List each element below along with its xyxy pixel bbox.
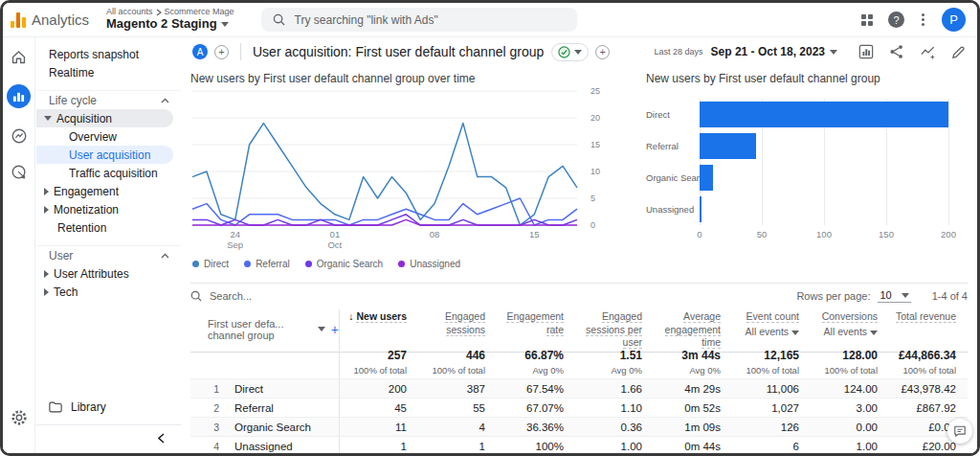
bar-row-referral[interactable]: Referral (646, 130, 975, 162)
account-name: Magento 2 Staging (106, 17, 217, 31)
bar-chart[interactable]: Direct Referral Organic Search Unassigne… (646, 99, 975, 244)
more-vert-icon[interactable] (920, 11, 926, 28)
sidebar-item-user-acquisition[interactable]: User acquisition (36, 146, 173, 164)
library-item[interactable]: Library (36, 396, 181, 419)
column-header-event-count[interactable]: Event countAll events (732, 309, 811, 350)
row-number: 2 (190, 402, 219, 414)
sidebar-item-tech[interactable]: Tech (36, 283, 181, 301)
report-nav: Reports snapshotRealtime Life cycle Acqu… (36, 37, 181, 453)
comparison-chip[interactable]: A (192, 44, 208, 59)
sidebar-item-monetization[interactable]: Monetization (36, 200, 181, 218)
product-name: Analytics (32, 11, 89, 28)
rows-per-page-select[interactable]: 10 (878, 289, 910, 303)
sidebar-bottom: Library (36, 396, 181, 453)
reports-icon[interactable] (7, 84, 31, 108)
analytics-logo[interactable]: Analytics (11, 11, 89, 28)
metric-value: 0.00 (811, 422, 889, 433)
metric-filter[interactable]: All events (732, 326, 799, 339)
admin-gear-icon[interactable] (11, 409, 28, 426)
sidebar-item-user[interactable]: User (36, 245, 181, 264)
metric-filter[interactable]: All events (811, 326, 878, 339)
table-row-direct[interactable]: 1 Direct20038767.54%1.664m 29s11,006124.… (190, 378, 968, 398)
pagination-count: 1-4 of 4 (932, 290, 968, 302)
advertising-icon[interactable] (11, 164, 28, 181)
row-number: 3 (190, 422, 219, 433)
column-header-average-engagement-time[interactable]: Average engagement time (654, 309, 732, 350)
legend-item-direct[interactable]: Direct (192, 259, 229, 269)
feedback-button[interactable] (947, 419, 972, 444)
sidebar-item-user-attributes[interactable]: User Attributes (36, 264, 181, 283)
sidebar-item-life-cycle[interactable]: Life cycle (36, 90, 181, 109)
legend-item-referral[interactable]: Referral (244, 259, 290, 269)
column-header-engaged-sessions[interactable]: Engaged sessions (418, 309, 497, 350)
column-header-total-revenue[interactable]: Total revenue (889, 309, 968, 350)
column-header-new-users[interactable]: ↓ New users (340, 309, 418, 350)
account-switcher[interactable]: All accounts Scommerce Mage Magento 2 St… (106, 8, 234, 31)
explore-icon[interactable] (11, 127, 28, 145)
topbar-actions: ? P (861, 8, 966, 32)
svg-text:08: 08 (430, 229, 440, 239)
column-header-conversions[interactable]: ConversionsAll events (811, 309, 889, 350)
add-metric-button[interactable]: + (595, 45, 610, 59)
bar-row-unassigned[interactable]: Unassigned (646, 194, 975, 225)
collapse-nav-icon[interactable] (157, 433, 166, 444)
metric-value: 1,027 (732, 402, 811, 414)
legend-item-unassigned[interactable]: Unassigned (398, 259, 460, 269)
sidebar-item-realtime[interactable]: Realtime (36, 63, 181, 81)
channel-name: Organic Search (234, 422, 311, 433)
metric-value: 36.36% (497, 422, 575, 433)
svg-text:24: 24 (230, 229, 240, 239)
sidebar-item-retention[interactable]: Retention (36, 218, 181, 237)
chevron-up-icon (161, 253, 169, 259)
feedback-bubble-icon (953, 425, 967, 438)
line-chart-svg: 051015202524Sep01Oct0815 (190, 85, 615, 252)
table-search-input[interactable]: Search... (190, 290, 252, 302)
sidebar-item-engagement[interactable]: Engagement (36, 182, 181, 200)
help-icon[interactable]: ? (888, 11, 904, 28)
global-search-input[interactable]: Try searching "link with Ads" (261, 8, 577, 32)
legend-item-organic-search[interactable]: Organic Search (305, 259, 383, 269)
sidebar-item-acquisition[interactable]: Acquisition (36, 109, 173, 127)
home-icon[interactable] (11, 49, 27, 65)
rows-per-page-label: Rows per page: (796, 290, 870, 302)
column-header-engaged-sessions-per-user[interactable]: Engaged sessions per user (575, 309, 654, 350)
data-quality-badge[interactable] (551, 43, 589, 61)
add-comparison-button[interactable]: + (214, 45, 229, 59)
totals-dimension-cell (190, 349, 340, 378)
add-dimension-button[interactable]: + (331, 322, 339, 337)
edit-report-icon[interactable] (951, 45, 966, 59)
metric-value: 67.07% (497, 402, 575, 414)
totals-cell: £44,866.34100% of total (889, 349, 968, 378)
metric-value: 4m 29s (654, 383, 732, 395)
totals-cell: 128.00100% of total (811, 349, 889, 378)
report-title: User acquisition: First user default cha… (253, 44, 544, 59)
collapse-caret-icon (44, 206, 49, 214)
dimension-header[interactable]: First user defa... channel group + (190, 309, 340, 350)
apps-grid-icon[interactable] (861, 14, 873, 26)
bar-row-organic-search[interactable]: Organic Search (646, 162, 975, 194)
insights-icon[interactable] (920, 44, 936, 59)
svg-text:Oct: Oct (327, 239, 342, 250)
table-row-organic-search[interactable]: 3 Organic Search11436.36%0.361m 09s1260.… (190, 417, 968, 436)
bar-fill (700, 133, 756, 159)
share-icon[interactable] (889, 44, 904, 59)
avatar[interactable]: P (942, 8, 966, 32)
sidebar-item-reports-snapshot[interactable]: Reports snapshot (36, 45, 181, 63)
check-circle-icon (558, 46, 570, 58)
metric-value: 0m 52s (654, 402, 732, 414)
report-actions (858, 44, 966, 59)
bar-axis-ticks: 050100150200 (700, 229, 948, 244)
column-header-engagement-rate[interactable]: Engagement rate (497, 309, 575, 350)
table-row-referral[interactable]: 2 Referral455567.07%1.100m 52s1,0273.00£… (190, 398, 968, 417)
bar-row-direct[interactable]: Direct (646, 99, 975, 130)
date-range-picker[interactable]: Sep 21 - Oct 18, 2023 (711, 45, 837, 58)
bar-chart-card: New users by First user default channel … (646, 72, 975, 244)
main-content: A + User acquisition: First user default… (181, 37, 977, 453)
line-chart[interactable]: 051015202524Sep01Oct0815 (190, 85, 633, 256)
sidebar-item-traffic-acquisition[interactable]: Traffic acquisition (36, 164, 181, 182)
bar-fill (700, 196, 702, 222)
chart-edit-icon[interactable] (858, 44, 874, 59)
sidebar-item-overview[interactable]: Overview (36, 127, 181, 146)
nav-rail (3, 37, 35, 453)
table-row-unassigned[interactable]: 4 Unassigned11100%1.000m 44s61.00£20.00 (190, 436, 968, 455)
